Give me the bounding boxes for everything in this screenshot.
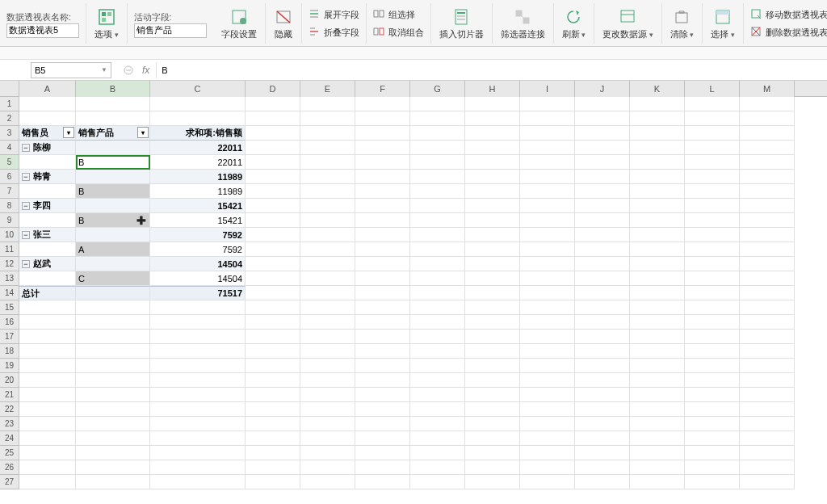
cell-E19[interactable] — [300, 359, 355, 373]
cell-B25[interactable] — [76, 446, 150, 460]
cell-M25[interactable] — [740, 446, 795, 460]
cell-H25[interactable] — [465, 446, 520, 460]
cell-J24[interactable] — [575, 431, 630, 446]
cell-M4[interactable] — [740, 141, 795, 155]
cell-E27[interactable] — [300, 475, 355, 489]
row-header-1[interactable]: 1 — [0, 97, 19, 111]
cell-L18[interactable] — [685, 344, 740, 359]
cell-I22[interactable] — [520, 402, 575, 417]
cell-M3[interactable] — [740, 126, 795, 141]
row-header-13[interactable]: 13 — [0, 271, 19, 286]
cell-J20[interactable] — [575, 373, 630, 388]
cell-L4[interactable] — [685, 141, 740, 155]
cell-I1[interactable] — [520, 97, 575, 111]
cell-I11[interactable] — [520, 242, 575, 257]
change-source-button[interactable]: 更改数据源 — [598, 3, 658, 44]
cell-I19[interactable] — [520, 359, 575, 373]
cell-M18[interactable] — [740, 344, 795, 359]
name-box[interactable]: B5 ▼ — [31, 62, 111, 78]
cell-A17[interactable] — [19, 330, 76, 344]
cell-J13[interactable] — [575, 271, 630, 286]
cell-I20[interactable] — [520, 373, 575, 388]
cell-D15[interactable] — [246, 300, 300, 315]
row-header-16[interactable]: 16 — [0, 315, 19, 330]
cell-D5[interactable] — [246, 155, 300, 170]
filter-dropdown-icon[interactable]: ▾ — [63, 127, 74, 138]
cell-F22[interactable] — [355, 402, 410, 417]
cell-I23[interactable] — [520, 417, 575, 431]
ungroup-button[interactable]: 取消组合 — [370, 23, 427, 41]
cell-F17[interactable] — [355, 330, 410, 344]
cell-J7[interactable] — [575, 184, 630, 199]
cell-H26[interactable] — [465, 460, 520, 475]
cell-H9[interactable] — [465, 213, 520, 228]
cell-C21[interactable] — [150, 388, 246, 402]
cell-I16[interactable] — [520, 315, 575, 330]
cell-J25[interactable] — [575, 446, 630, 460]
cell-C24[interactable] — [150, 431, 246, 446]
cell-M26[interactable] — [740, 460, 795, 475]
cell-B16[interactable] — [76, 315, 150, 330]
cell-C25[interactable] — [150, 446, 246, 460]
cell-H3[interactable] — [465, 126, 520, 141]
cell-M13[interactable] — [740, 271, 795, 286]
cell-A15[interactable] — [19, 300, 76, 315]
cell-D21[interactable] — [246, 388, 300, 402]
cell-F21[interactable] — [355, 388, 410, 402]
cell-A27[interactable] — [19, 475, 76, 489]
cell-H18[interactable] — [465, 344, 520, 359]
cell-D13[interactable] — [246, 271, 300, 286]
cell-B13[interactable]: C — [76, 271, 150, 286]
cell-J6[interactable] — [575, 170, 630, 184]
group-selection-button[interactable]: 组选择 — [370, 6, 427, 23]
cell-G16[interactable] — [410, 315, 465, 330]
column-header-D[interactable]: D — [246, 81, 300, 97]
cell-D11[interactable] — [246, 242, 300, 257]
cell-C26[interactable] — [150, 460, 246, 475]
cell-D2[interactable] — [246, 111, 300, 126]
cell-F11[interactable] — [355, 242, 410, 257]
cell-H15[interactable] — [465, 300, 520, 315]
cell-E16[interactable] — [300, 315, 355, 330]
cell-B15[interactable] — [76, 300, 150, 315]
cell-C14[interactable]: 71517 — [150, 286, 246, 300]
cell-G8[interactable] — [410, 199, 465, 213]
cell-I4[interactable] — [520, 141, 575, 155]
cell-G11[interactable] — [410, 242, 465, 257]
cell-E5[interactable] — [300, 155, 355, 170]
cell-D17[interactable] — [246, 330, 300, 344]
cell-A4[interactable]: −陈柳 — [19, 141, 76, 155]
column-header-I[interactable]: I — [520, 81, 575, 97]
cell-F20[interactable] — [355, 373, 410, 388]
row-header-4[interactable]: 4 — [0, 141, 19, 155]
cell-L22[interactable] — [685, 402, 740, 417]
cell-M15[interactable] — [740, 300, 795, 315]
select-all-corner[interactable] — [0, 81, 19, 97]
cell-K27[interactable] — [630, 475, 685, 489]
cell-C27[interactable] — [150, 475, 246, 489]
cell-G7[interactable] — [410, 184, 465, 199]
filter-conn-button[interactable]: 筛选器连接 — [496, 3, 550, 44]
delete-pt-button[interactable]: 删除数据透视表 — [747, 23, 827, 41]
cell-C4[interactable]: 22011 — [150, 141, 246, 155]
cell-H11[interactable] — [465, 242, 520, 257]
cell-I8[interactable] — [520, 199, 575, 213]
cell-I17[interactable] — [520, 330, 575, 344]
cell-H24[interactable] — [465, 431, 520, 446]
cell-M6[interactable] — [740, 170, 795, 184]
cell-M27[interactable] — [740, 475, 795, 489]
cell-L27[interactable] — [685, 475, 740, 489]
expand-field-button[interactable]: 展开字段 — [305, 6, 363, 23]
cell-E18[interactable] — [300, 344, 355, 359]
cell-E10[interactable] — [300, 228, 355, 242]
cell-G25[interactable] — [410, 446, 465, 460]
cell-A21[interactable] — [19, 388, 76, 402]
cell-C23[interactable] — [150, 417, 246, 431]
cell-L5[interactable] — [685, 155, 740, 170]
cell-L26[interactable] — [685, 460, 740, 475]
cell-C20[interactable] — [150, 373, 246, 388]
cell-C12[interactable]: 14504 — [150, 257, 246, 271]
cell-A26[interactable] — [19, 460, 76, 475]
cell-A18[interactable] — [19, 344, 76, 359]
cell-F18[interactable] — [355, 344, 410, 359]
